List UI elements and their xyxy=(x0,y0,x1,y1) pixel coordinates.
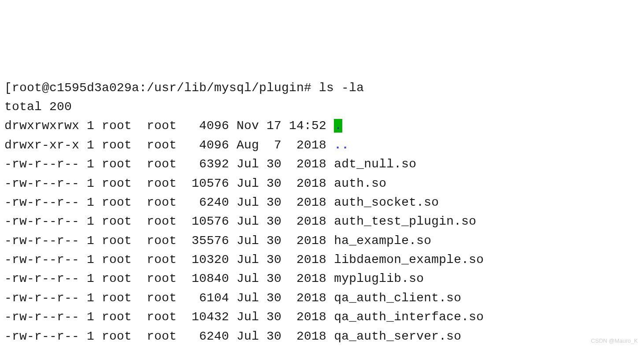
terminal-output[interactable]: [root@c1595d3a029a:/usr/lib/mysql/plugin… xyxy=(4,78,640,348)
ls-row-filename: auth.so xyxy=(334,177,386,190)
ls-row-meta: drwxrwxrwx 1 root root 4096 Nov 17 14:52 xyxy=(4,119,334,133)
ls-row-filename: . xyxy=(334,119,342,133)
ls-row: -rw-r--r-- 1 root root 35576 Jul 30 2018… xyxy=(4,231,640,250)
ls-row: -rw-r--r-- 1 root root 10840 Jul 30 2018… xyxy=(4,269,640,288)
ls-row: -rw-r--r-- 1 root root 10320 Jul 30 2018… xyxy=(4,250,640,269)
total-line: total 200 xyxy=(4,97,640,116)
ls-row-filename: adt_null.so xyxy=(334,157,416,171)
ls-row-filename: auth_socket.so xyxy=(334,196,439,209)
ls-row-filename: qa_auth_server.so xyxy=(334,329,461,343)
ls-row-meta: -rw-r--r-- 1 root root 10320 Jul 30 2018 xyxy=(4,253,334,267)
ls-row: -rw-r--r-- 1 root root 10432 Jul 30 2018… xyxy=(4,307,640,326)
prompt-line: [root@c1595d3a029a:/usr/lib/mysql/plugin… xyxy=(4,78,640,97)
ls-row: -rw-r--r-- 1 root root 35840 Jul 30 2018… xyxy=(4,346,640,348)
ls-row-meta: -rw-r--r-- 1 root root 10840 Jul 30 2018 xyxy=(4,272,334,285)
total-text: total 200 xyxy=(4,100,72,114)
prompt-text: [root@c1595d3a029a:/usr/lib/mysql/plugin… xyxy=(4,81,364,95)
watermark: CSDN @Mauro_K xyxy=(591,337,638,345)
ls-row-filename: qa_auth_client.so xyxy=(334,291,461,305)
ls-row: -rw-r--r-- 1 root root 6240 Jul 30 2018 … xyxy=(4,327,640,346)
ls-row: -rw-r--r-- 1 root root 6392 Jul 30 2018 … xyxy=(4,155,640,174)
ls-row-meta: -rw-r--r-- 1 root root 10576 Jul 30 2018 xyxy=(4,177,334,190)
ls-row-meta: drwxr-xr-x 1 root root 4096 Aug 7 2018 xyxy=(4,138,334,152)
ls-row: -rw-r--r-- 1 root root 10576 Jul 30 2018… xyxy=(4,174,640,193)
ls-row-filename: mypluglib.so xyxy=(334,272,424,285)
ls-row-filename: auth_test_plugin.so xyxy=(334,215,476,228)
ls-row-meta: -rw-r--r-- 1 root root 10576 Jul 30 2018 xyxy=(4,215,334,228)
ls-row-meta: -rw-r--r-- 1 root root 6392 Jul 30 2018 xyxy=(4,157,334,171)
ls-row-meta: -rw-r--r-- 1 root root 6104 Jul 30 2018 xyxy=(4,291,334,305)
ls-row-meta: -rw-r--r-- 1 root root 6240 Jul 30 2018 xyxy=(4,329,334,343)
ls-row: drwxrwxrwx 1 root root 4096 Nov 17 14:52… xyxy=(4,116,640,135)
ls-row-filename: libdaemon_example.so xyxy=(334,253,484,267)
ls-row-filename: qa_auth_interface.so xyxy=(334,310,484,324)
ls-row-filename: ha_example.so xyxy=(334,234,431,248)
ls-row-meta: -rw-r--r-- 1 root root 35576 Jul 30 2018 xyxy=(4,234,334,248)
ls-row: drwxr-xr-x 1 root root 4096 Aug 7 2018 .… xyxy=(4,136,640,155)
ls-row: -rw-r--r-- 1 root root 6104 Jul 30 2018 … xyxy=(4,289,640,307)
ls-row-meta: -rw-r--r-- 1 root root 6240 Jul 30 2018 xyxy=(4,196,334,209)
ls-row-filename: .. xyxy=(334,138,349,152)
ls-row-meta: -rw-r--r-- 1 root root 10432 Jul 30 2018 xyxy=(4,310,334,324)
ls-row: -rw-r--r-- 1 root root 6240 Jul 30 2018 … xyxy=(4,193,640,212)
ls-row: -rw-r--r-- 1 root root 10576 Jul 30 2018… xyxy=(4,212,640,231)
